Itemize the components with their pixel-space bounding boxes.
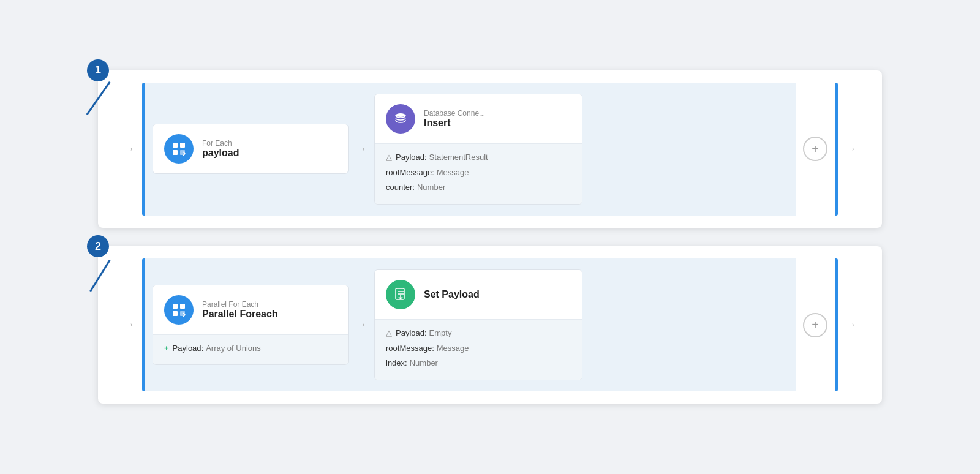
badge-line-1: [86, 81, 111, 115]
inner-area-1: For Each payload →: [145, 83, 796, 216]
parallel-foreach-subtitle-2: Parallel For Each: [202, 300, 278, 309]
inner-area-2: Parallel For Each Parallel Foreach + Pay…: [145, 258, 796, 391]
foreach-title-1: For Each payload: [202, 139, 239, 159]
right-arrow-2: →: [838, 258, 864, 391]
plus-connector-1: +: [796, 83, 835, 216]
detail-line-1-2: rootMessage: Message: [386, 165, 571, 181]
db-icon-1: [386, 104, 415, 134]
detail-line-2-d2: rootMessage: Message: [386, 341, 571, 356]
db-node-1[interactable]: Database Conne... Insert △ Payload: Stat…: [374, 94, 582, 205]
svg-rect-0: [173, 143, 178, 148]
plus-button-2[interactable]: +: [803, 313, 827, 337]
badge-2: 2: [87, 235, 109, 257]
detail-line-2-d3: index: Number: [386, 356, 571, 371]
svg-rect-7: [173, 311, 178, 316]
parallel-foreach-node-2[interactable]: Parallel For Each Parallel Foreach + Pay…: [153, 285, 349, 366]
svg-rect-6: [180, 304, 185, 309]
left-arrow-1: →: [116, 83, 142, 216]
set-payload-icon-2: [386, 280, 415, 309]
db-title-1: Database Conne... Insert: [424, 109, 485, 129]
parallel-foreach-icon-2: [164, 295, 194, 325]
badge-1: 1: [87, 59, 109, 81]
set-payload-name-2: Set Payload: [424, 289, 480, 300]
set-payload-details-2: △ Payload: Empty rootMessage: Message in…: [375, 319, 582, 380]
db-header-1: Database Conne... Insert: [375, 94, 582, 143]
db-subtitle-1: Database Conne...: [424, 109, 485, 118]
middle-arrow-2: →: [349, 318, 374, 331]
foreach-icon-1: [164, 134, 194, 164]
set-payload-title-2: Set Payload: [424, 289, 480, 300]
svg-rect-2: [173, 150, 178, 155]
svg-rect-1: [180, 143, 185, 148]
badge-line-2: [89, 260, 110, 292]
left-arrow-2: →: [116, 258, 142, 391]
parallel-foreach-header-2: Parallel For Each Parallel Foreach: [153, 285, 348, 334]
parallel-foreach-title-2: Parallel For Each Parallel Foreach: [202, 300, 278, 320]
foreach-subtitle-1: For Each: [202, 139, 239, 148]
plus-button-1[interactable]: +: [803, 137, 827, 161]
set-payload-header-2: Set Payload: [375, 270, 582, 319]
parallel-foreach-name-2: Parallel Foreach: [202, 309, 278, 320]
detail-line-1-1: △ Payload: StatementResult: [386, 150, 571, 165]
svg-rect-5: [173, 304, 178, 309]
db-details-1: △ Payload: StatementResult rootMessage: …: [375, 143, 582, 204]
foreach-header-1: For Each payload: [153, 124, 348, 173]
detail-line-2-d1: △ Payload: Empty: [386, 326, 571, 341]
middle-arrow-1: →: [349, 143, 374, 156]
detail-line-1-3: counter: Number: [386, 180, 571, 195]
right-arrow-1: →: [838, 83, 864, 216]
parallel-foreach-details-2: + Payload: Array of Unions: [153, 334, 348, 365]
flow-container-2: 2 → Parallel For Each: [98, 246, 882, 404]
set-payload-node-2[interactable]: Set Payload △ Payload: Empty rootMessage…: [374, 269, 582, 380]
db-name-1: Insert: [424, 118, 485, 129]
detail-line-2-1: + Payload: Array of Unions: [164, 341, 337, 356]
foreach-node-1[interactable]: For Each payload: [153, 124, 349, 174]
foreach-name-1: payload: [202, 148, 239, 159]
flow-container-1: 1 → For Each: [98, 70, 882, 228]
plus-connector-2: +: [796, 258, 835, 391]
svg-point-4: [396, 113, 405, 117]
